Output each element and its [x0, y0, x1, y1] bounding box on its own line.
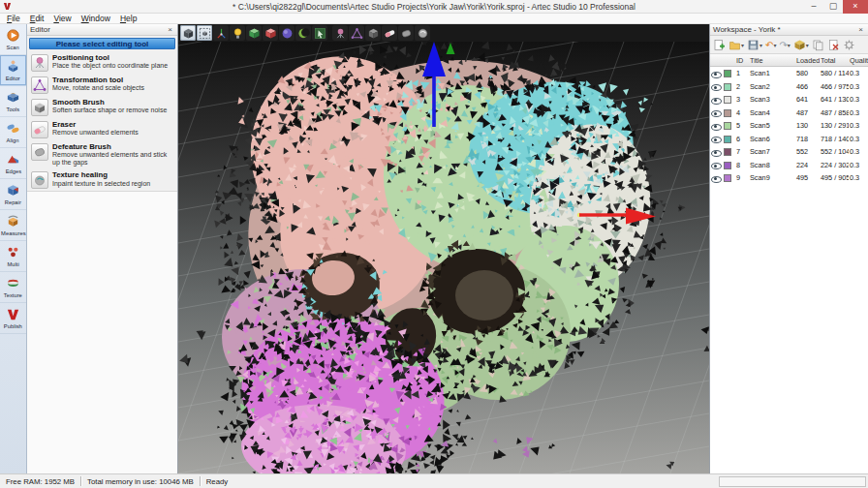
menu-window[interactable]: Window: [77, 14, 115, 23]
delete-scan-button[interactable]: [826, 38, 841, 52]
table-row[interactable]: 2Scan2466466 / 975Mb0.3: [710, 80, 868, 94]
duplicate-button[interactable]: [811, 38, 825, 52]
x-axis-arrow[interactable]: [577, 208, 656, 225]
shaded-view-button[interactable]: [180, 25, 196, 41]
scan-id: 7: [735, 147, 749, 156]
workspace-panel-close-icon[interactable]: ×: [856, 25, 865, 34]
save-button[interactable]: ▾: [746, 38, 763, 52]
transformation-tool-button[interactable]: [349, 25, 364, 41]
viewport-3d[interactable]: x: [178, 42, 709, 473]
sidebar-item-edges[interactable]: Edges: [0, 148, 26, 179]
visibility-eye-icon[interactable]: [710, 134, 723, 143]
sphere-view-button[interactable]: [279, 25, 294, 41]
scan-total: 495 / 905Mb: [820, 173, 849, 182]
sidebar-item-editor[interactable]: Editor: [0, 55, 26, 86]
fit-view-button[interactable]: [197, 25, 212, 41]
edges-icon: [6, 152, 20, 167]
menu-help[interactable]: Help: [115, 14, 141, 23]
ready-status: Ready: [201, 476, 234, 487]
green-cube-button[interactable]: [246, 25, 262, 41]
tool-positioning[interactable]: Positioning toolPlace the object onto co…: [27, 51, 177, 74]
scan-id: 1: [735, 69, 749, 77]
visibility-eye-icon[interactable]: [710, 160, 723, 169]
redo-icon: ↷: [779, 39, 787, 51]
table-row[interactable]: 8Scan8224224 / 302Mb0.3: [710, 159, 868, 172]
tool-eraser[interactable]: EraserRemove unwanted elements: [27, 118, 177, 140]
close-button[interactable]: ×: [843, 0, 868, 14]
editor-panel-close-icon[interactable]: ×: [166, 25, 174, 34]
crescent-button[interactable]: [295, 25, 311, 41]
table-row[interactable]: 5Scan5130130 / 291Mb0.3: [710, 119, 868, 133]
sidebar-item-measures[interactable]: Measures: [0, 210, 26, 241]
maximize-button[interactable]: ▢: [823, 0, 843, 14]
import-button[interactable]: ▾: [728, 38, 745, 52]
tool-smooth-brush[interactable]: Smooth BrushSoften surface shape or remo…: [27, 96, 177, 118]
scan-table-body: 1Scan1580580 / 1145Mb0.32Scan2466466 / 9…: [710, 67, 868, 473]
scan-loaded: 495: [795, 173, 820, 182]
scan-title: Scan2: [749, 82, 795, 91]
z-axis-arrow[interactable]: [422, 42, 446, 127]
tool-transformation[interactable]: Transformation toolMove, rotate and scal…: [27, 74, 177, 96]
eraser-icon: [31, 121, 48, 138]
defeature-brush-icon: [31, 143, 48, 161]
undo-button[interactable]: ↶▾: [764, 38, 777, 52]
sidebar-item-tools[interactable]: Tools: [0, 86, 26, 117]
positioning-tool-button[interactable]: [332, 25, 348, 41]
sidebar-item-multi[interactable]: Multi: [0, 241, 26, 272]
visibility-eye-icon[interactable]: [710, 107, 723, 117]
red-cube-button[interactable]: [263, 25, 278, 41]
table-row[interactable]: 1Scan1580580 / 1145Mb0.3: [710, 67, 868, 80]
table-row[interactable]: 6Scan6718718 / 1401Mb0.3: [710, 133, 868, 146]
column-header-total[interactable]: Total: [820, 56, 849, 65]
scan-total: 466 / 975Mb: [820, 82, 849, 91]
sidebar-item-repair[interactable]: Repair: [0, 179, 26, 210]
column-header-title[interactable]: Title: [749, 56, 795, 65]
sidebar-item-align[interactable]: Align: [0, 117, 26, 148]
transformation-tool-icon: [31, 76, 48, 94]
add-scan-button[interactable]: [712, 38, 727, 52]
visibility-eye-icon[interactable]: [710, 69, 723, 78]
lighting-button[interactable]: [230, 25, 245, 41]
tool-texture-healing[interactable]: Texture healingInpaint texture in select…: [27, 168, 177, 191]
visibility-eye-icon[interactable]: [710, 81, 723, 91]
y-axis-arrow[interactable]: [447, 43, 455, 54]
defeature-brush-button[interactable]: [398, 25, 414, 41]
scan-title: Scan5: [749, 121, 795, 130]
texture-healing-button[interactable]: [415, 25, 430, 41]
scan-loaded: 224: [795, 161, 820, 169]
table-row[interactable]: 9Scan9495495 / 905Mb0.3: [710, 171, 868, 185]
sidebar-item-texture[interactable]: Texture: [0, 272, 26, 303]
sidebar-item-scan[interactable]: Scan: [0, 24, 26, 55]
texture-icon: [6, 276, 20, 290]
smooth-brush-button[interactable]: [365, 25, 381, 41]
minimize-button[interactable]: –: [804, 0, 823, 14]
artec-studio-window: * C:\Users\qi2822gl\Documents\Artec Stud…: [0, 0, 868, 488]
menu-file[interactable]: File: [2, 14, 25, 23]
table-row[interactable]: 7Scan7552552 / 1045Mb0.3: [710, 145, 868, 159]
scan-color-swatch: [723, 173, 735, 182]
visibility-eye-icon[interactable]: [710, 95, 723, 105]
visibility-eye-icon[interactable]: [710, 147, 723, 157]
package-button[interactable]: ▾: [792, 38, 810, 52]
column-header-quality[interactable]: Quality: [849, 56, 868, 65]
selection-button[interactable]: [312, 25, 327, 41]
scan-color-swatch: [723, 69, 735, 77]
settings-button[interactable]: [842, 38, 856, 52]
column-header-id[interactable]: ID: [735, 56, 749, 65]
tool-defeature-brush[interactable]: Defeature BrushRemove unwanted elements …: [27, 140, 177, 168]
table-row[interactable]: 4Scan4487487 / 858Mb0.3: [710, 107, 868, 120]
menu-edit[interactable]: Edit: [25, 14, 49, 23]
scan-total: 580 / 1145Mb: [820, 69, 849, 77]
eraser-button[interactable]: [382, 25, 397, 41]
sidebar-item-publish[interactable]: Publish: [0, 303, 26, 334]
package-icon: [793, 39, 806, 51]
redo-button[interactable]: ↷▾: [778, 38, 790, 52]
menu-view[interactable]: View: [48, 14, 76, 23]
visibility-eye-icon[interactable]: [710, 121, 723, 131]
column-header-loaded[interactable]: Loaded: [795, 56, 820, 65]
undo-icon: ↶: [765, 39, 773, 51]
table-row[interactable]: 3Scan3641641 / 1306Mb0.3: [710, 93, 868, 107]
scan-loaded: 466: [795, 82, 820, 91]
axes-button[interactable]: [213, 25, 229, 41]
visibility-eye-icon[interactable]: [710, 173, 723, 183]
